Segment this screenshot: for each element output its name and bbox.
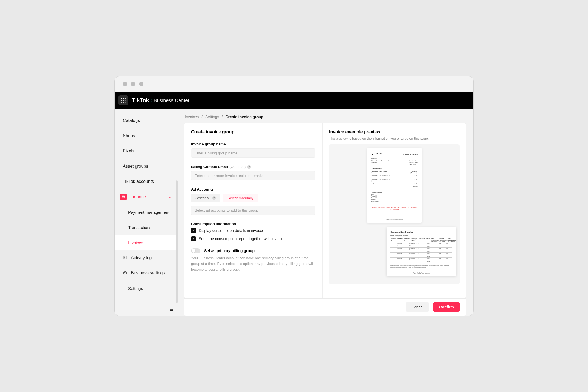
th: Advertiser Name [371,170,379,174]
doc2-sub: Refers to Payment Document # [390,235,452,237]
checkbox-label: Display consumption details in invoice [199,228,263,233]
preview-subtitle: The preview is based on the information … [329,137,460,140]
settings-hex-icon [123,271,128,275]
select-placeholder: Select ad accounts to add to this group [195,208,258,212]
pay-lines: BankAccount #Account NameSWIFT CodeBank … [371,193,418,203]
sidebar-item-catalogs[interactable]: Catalogs [115,113,178,128]
chevron-up-icon: ⌃ [169,195,171,199]
doc-footer: Thank You for Your Business [367,219,422,220]
field-ad-accounts: Ad Accounts Select all ? Select manually [191,187,315,215]
sidebar-item-invoices[interactable]: Invoices [115,235,178,250]
sidebar-label: Pixels [123,149,134,154]
help-icon[interactable]: ? [247,165,251,169]
breadcrumb-sep: / [201,115,203,119]
field-billing-contact: Billing Contact Email (Optional) ? [191,165,315,180]
doc-invoiceno: Invoice #: [409,160,418,162]
layout: Catalogs Shops Pixels Asset groups TikTo… [115,109,473,316]
sidebar-scrollbar[interactable] [176,180,178,303]
collapse-sidebar-icon[interactable] [169,307,174,313]
doc-customer: Customer [371,157,418,160]
sidebar-item-transactions[interactable]: Transactions [115,220,178,235]
tiktok-icon [371,152,374,155]
sidebar-label: Catalogs [123,118,140,123]
finance-icon [120,194,127,200]
doc-warning: AS THIS DOCUMENT IS NOT TAX INVOICE IT C… [371,207,418,210]
sidebar-item-shops[interactable]: Shops [115,128,178,143]
sidebar-label: Payment management [128,210,169,215]
billing-contact-input[interactable] [191,171,315,180]
main-area: Invoices / Settings / Create invoice gro… [178,109,473,316]
breadcrumb-invoices[interactable]: Invoices [185,115,199,119]
checkbox-label: Send me consumption report together with… [199,237,283,241]
breadcrumb-sep: / [222,115,223,119]
cancel-button[interactable]: Cancel [406,302,430,312]
preview-panel: Invoice example preview The preview is b… [323,123,466,298]
doc-currency: Currency: [409,163,418,165]
brand-suffix: Business Center [154,98,189,103]
activity-log-icon [123,255,128,260]
svg-marker-2 [124,271,127,274]
label-ad-accounts: Ad Accounts [191,187,315,191]
doc2-rows: Advertiser ACampaign A1.0000.00 - 00.000… [390,243,452,262]
panel-title: Create invoice group [191,130,315,134]
doc-logo-text: TikTok [375,152,382,155]
sidebar-label: TikTok accounts [123,179,154,184]
doc2-footer: Thank You for Your Business [387,272,456,274]
doc-payment: Payment method BankAccount #Account Name… [371,191,418,203]
label-group-name: Invoice group name [191,142,315,146]
breadcrumb: Invoices / Settings / Create invoice gro… [185,115,466,119]
doc-meta-row: Client Name: Customer A Address: Invoice… [371,160,418,165]
traffic-light-close[interactable] [123,82,127,86]
sidebar-label: Finance [130,194,146,199]
doc-section-title: Billing Details [371,168,418,169]
doc-title: Invoice Sample [402,154,418,156]
sidebar-item-business-settings[interactable]: Business settings ⌃ [115,265,178,281]
doc2-note: Please note that any coupons/credit cons… [390,265,452,268]
sidebar-label: Transactions [128,225,151,230]
traffic-light-min[interactable] [131,82,135,86]
doc2-table: Account IDAdvertiserAdvertiser IDCampaig… [390,238,452,262]
breadcrumb-current: Create invoice group [225,115,263,119]
pay-title: Payment method [371,191,418,193]
checkbox-send-report[interactable]: ✓ Send me consumption report together wi… [191,236,315,241]
sidebar-item-tiktok-accounts[interactable]: TikTok accounts [115,174,178,189]
help-icon[interactable]: ? [212,196,216,200]
doc-address-label: Address: [371,162,390,163]
helper-text: Your Business Center account can have on… [191,255,315,272]
label-optional: (Optional) [229,165,246,169]
doc2-title: Consumption Details: [390,231,452,233]
checkbox-icon: ✓ [191,236,196,241]
seg-label: Select all [195,196,210,200]
th: Amount (Currency) [407,170,418,174]
toggle-primary-billing[interactable]: Set as primary billing group [191,248,315,253]
sidebar-item-payment-management[interactable]: Payment management [115,204,178,220]
consumption-details-doc: Consumption Details: Refers to Payment D… [387,227,456,276]
seg-select-manually[interactable]: Select manually [223,194,258,202]
app-switcher-icon[interactable] [118,95,128,105]
sidebar-item-finance[interactable]: Finance ⌃ [115,189,178,204]
sidebar-label: Settings [128,286,143,291]
form-panel: Create invoice group Invoice group name … [184,123,323,298]
sidebar-label: Asset groups [123,164,148,169]
app-window: TikTok: Business Center Catalogs Shops P… [114,76,474,316]
group-name-input[interactable] [191,148,315,158]
doc-table-head: Advertiser Name Description Amount (Curr… [371,170,418,174]
action-bar: Cancel Confirm [184,298,466,316]
doc-table-body: Advertiser AAd Consumption0.00Advertiser… [371,174,418,185]
breadcrumb-settings[interactable]: Settings [205,115,219,119]
toggle-label: Set as primary billing group [204,249,255,253]
label-consumption: Consumption information [191,222,315,226]
field-consumption: Consumption information ✓ Display consum… [191,222,315,241]
ad-accounts-select[interactable]: Select ad accounts to add to this group … [191,206,315,215]
doc-client: Customer A [381,160,389,162]
svg-rect-0 [122,196,125,198]
confirm-button[interactable]: Confirm [433,302,460,312]
sidebar-item-settings[interactable]: Settings [115,281,178,296]
seg-select-all[interactable]: Select all ? [191,194,220,202]
checkbox-display-consumption[interactable]: ✓ Display consumption details in invoice [191,228,315,233]
sidebar-item-asset-groups[interactable]: Asset groups [115,159,178,174]
sidebar-item-pixels[interactable]: Pixels [115,143,178,159]
traffic-light-max[interactable] [139,82,143,86]
preview-area: TikTok Invoice Sample Customer Client Na… [329,144,460,284]
sidebar-item-activity-log[interactable]: Activity log [115,250,178,265]
